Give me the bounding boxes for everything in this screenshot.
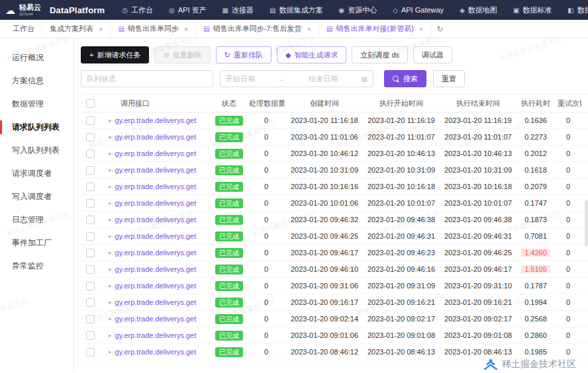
expand-caret-icon[interactable]: ▸ xyxy=(109,315,112,322)
close-icon[interactable]: × xyxy=(307,25,311,33)
tab-sales-outbound-connect[interactable]: ▤销售出库单对接(新管易)× xyxy=(319,20,431,38)
expand-caret-icon[interactable]: ▸ xyxy=(109,299,112,306)
processed-count: 0 xyxy=(246,315,286,323)
row-checkbox[interactable] xyxy=(86,249,95,257)
nav-item-api-assets[interactable]: ◎API 资产 xyxy=(161,0,215,20)
table-row: ▸gy.erp.trade.deliverys.get已完成02023-01-2… xyxy=(81,245,588,261)
close-icon[interactable]: × xyxy=(99,25,103,33)
api-link[interactable]: gy.erp.trade.deliverys.get xyxy=(115,116,197,124)
smart-generate-request-button[interactable]: ◆智能生成请求 xyxy=(277,46,346,63)
tab-sales-outbound-sync-7[interactable]: ▤销售出库单同步-7:售后发货× xyxy=(196,20,319,38)
api-link[interactable]: gy.erp.trade.deliverys.get xyxy=(115,348,197,356)
expand-caret-icon[interactable]: ▸ xyxy=(109,200,112,206)
nav-item-data-models[interactable]: ◧数据模型 xyxy=(560,0,588,20)
close-icon[interactable]: × xyxy=(184,25,188,33)
exec-end-time: 2023-01-20 09:16:21 xyxy=(440,298,516,306)
row-checkbox[interactable] xyxy=(86,116,95,125)
add-request-task-button[interactable]: +新增请求任务 xyxy=(81,46,149,63)
nav-item-connectors[interactable]: ▦连接器 xyxy=(215,0,262,20)
api-link[interactable]: gy.erp.trade.deliverys.get xyxy=(115,315,197,323)
expand-caret-icon[interactable]: ▸ xyxy=(109,233,112,239)
vertical-scrollbar[interactable] xyxy=(585,200,588,246)
row-checkbox[interactable] xyxy=(86,348,95,356)
api-link[interactable]: gy.erp.trade.deliverys.get xyxy=(115,249,197,257)
expand-caret-icon[interactable]: ▸ xyxy=(109,183,112,190)
api-link[interactable]: gy.erp.trade.deliverys.get xyxy=(115,199,197,207)
sidebar-item-data-management[interactable]: 数据管理 xyxy=(0,93,74,116)
toolbar: +新增请求任务⊘批量删除↻重新排队◆智能生成请求立刻调度 ds调试器 xyxy=(81,46,588,63)
api-link[interactable]: gy.erp.trade.deliverys.get xyxy=(115,265,197,273)
row-checkbox[interactable] xyxy=(86,298,95,307)
row-checkbox[interactable] xyxy=(86,331,95,340)
batch-delete-button[interactable]: ⊘批量删除 xyxy=(154,46,210,63)
expand-caret-icon[interactable]: ▸ xyxy=(109,167,112,173)
expand-caret-icon[interactable]: ▸ xyxy=(109,249,112,256)
exec-end-time: 2023-01-20 09:46:17 xyxy=(440,265,516,273)
sidebar-item-write-scheduler[interactable]: 写入调度者 xyxy=(0,185,74,208)
select-all-checkbox[interactable] xyxy=(86,99,95,108)
row-checkbox[interactable] xyxy=(86,216,95,224)
expand-caret-icon[interactable]: ▸ xyxy=(109,349,112,355)
row-checkbox[interactable] xyxy=(86,166,95,175)
row-checkbox[interactable] xyxy=(86,282,95,290)
tab-workbench[interactable]: 工作台 xyxy=(5,20,42,38)
api-link[interactable]: gy.erp.trade.deliverys.get xyxy=(115,133,197,141)
sidebar-item-exception-monitor[interactable]: 异常监控 xyxy=(0,255,74,278)
retry-count: 0 xyxy=(555,133,581,141)
expand-caret-icon[interactable]: ▸ xyxy=(109,282,112,289)
expand-caret-icon[interactable]: ▸ xyxy=(109,332,112,339)
expand-caret-icon[interactable]: ▸ xyxy=(109,216,112,223)
requeue-button[interactable]: ↻重新排队 xyxy=(216,46,271,63)
row-select-cell xyxy=(81,265,106,274)
sidebar-item-request-scheduler[interactable]: 请求调度者 xyxy=(0,162,74,185)
row-checkbox[interactable] xyxy=(86,232,95,241)
schedule-now-button[interactable]: 立刻调度 ds xyxy=(352,46,408,63)
api-link[interactable]: gy.erp.trade.deliverys.get xyxy=(115,183,197,190)
expand-caret-icon[interactable]: ▸ xyxy=(109,117,112,124)
status-cell: 已完成 xyxy=(212,248,246,258)
nav-item-workbench[interactable]: ◷工作台 xyxy=(114,0,161,20)
nav-item-api-gateway[interactable]: ◇API Gateway xyxy=(385,0,452,20)
sidebar-item-write-queue-list[interactable]: 写入队列列表 xyxy=(0,139,74,162)
sidebar-item-event-factory[interactable]: 事件加工厂 xyxy=(0,231,74,255)
row-checkbox[interactable] xyxy=(86,133,95,142)
api-link[interactable]: gy.erp.trade.deliverys.get xyxy=(115,282,197,290)
expand-caret-icon[interactable]: ▸ xyxy=(109,266,112,272)
close-icon[interactable]: × xyxy=(419,25,423,33)
table-row: ▸gy.erp.trade.deliverys.get已完成02023-01-2… xyxy=(81,311,588,327)
reset-button[interactable]: 重置 xyxy=(433,70,465,87)
tab-sales-outbound-sync[interactable]: ▤销售出库单同步× xyxy=(111,20,196,38)
search-button[interactable]: 搜索 xyxy=(384,70,426,87)
api-link[interactable]: gy.erp.trade.deliverys.get xyxy=(115,331,197,339)
api-link[interactable]: gy.erp.trade.deliverys.get xyxy=(115,232,197,240)
queue-status-input[interactable] xyxy=(81,70,213,87)
nav-item-data-standards[interactable]: ▣数据标准 xyxy=(505,0,560,20)
sidebar-item-log-management[interactable]: 日志管理 xyxy=(0,208,74,231)
row-checkbox[interactable] xyxy=(86,199,95,208)
nav-item-resource-center[interactable]: ◉资源中心 xyxy=(330,0,385,20)
row-checkbox[interactable] xyxy=(86,265,95,274)
exec-start-time: 2023-01-20 09:31:09 xyxy=(363,282,440,290)
api-cell: ▸gy.erp.trade.deliverys.get xyxy=(106,183,212,190)
api-link[interactable]: gy.erp.trade.deliverys.get xyxy=(115,149,197,157)
api-link[interactable]: gy.erp.trade.deliverys.get xyxy=(115,298,197,306)
sidebar-item-plan-info[interactable]: 方案信息 xyxy=(0,69,74,93)
sidebar-item-request-queue-list[interactable]: 请求队列列表 xyxy=(0,116,74,139)
api-link[interactable]: gy.erp.trade.deliverys.get xyxy=(115,166,197,174)
api-link[interactable]: gy.erp.trade.deliverys.get xyxy=(115,216,197,224)
tab-integration-plan-list[interactable]: 集成方案列表× xyxy=(42,20,111,38)
nav-item-data-integration-plans[interactable]: ▤数据集成方案 xyxy=(262,0,330,20)
nav-item-data-map[interactable]: ◈数据地图 xyxy=(452,0,505,20)
row-checkbox[interactable] xyxy=(86,315,95,323)
row-checkbox[interactable] xyxy=(86,183,95,191)
date-range-picker[interactable]: 开始日期 → 结束日期 ▦ xyxy=(220,70,373,87)
expand-caret-icon[interactable]: ▸ xyxy=(109,150,112,157)
brand[interactable]: ☁ 轻易云 QCloud DataPlatform xyxy=(5,4,105,16)
refresh-icon[interactable]: ↻ xyxy=(436,24,443,34)
row-checkbox[interactable] xyxy=(86,149,95,158)
expand-caret-icon[interactable]: ▸ xyxy=(109,134,112,140)
tab-label: 销售出库单同步 xyxy=(128,24,179,34)
debugger-button[interactable]: 调试器 xyxy=(413,46,452,63)
api-cell: ▸gy.erp.trade.deliverys.get xyxy=(106,315,212,323)
sidebar-item-run-overview[interactable]: 运行概况 xyxy=(0,46,74,69)
